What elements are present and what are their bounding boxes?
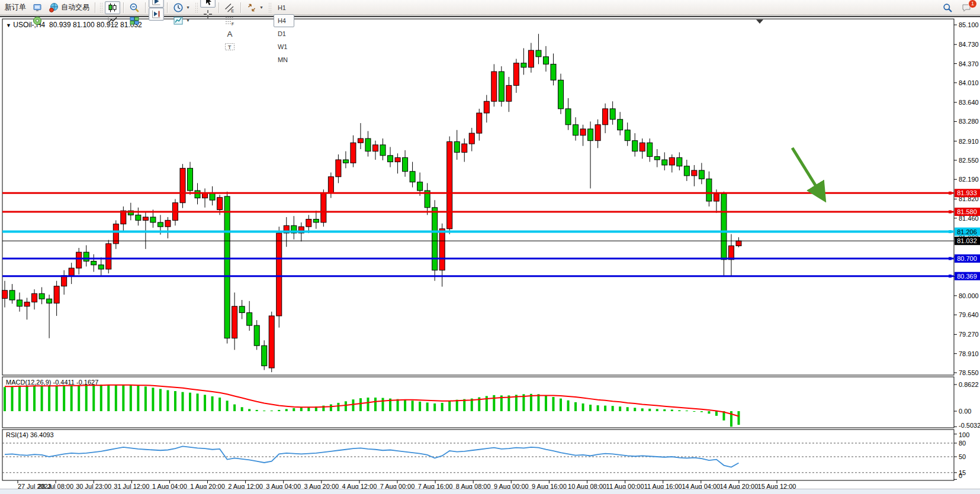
candle-body [499,72,504,101]
candle-body [136,215,141,220]
macd-bar [48,386,50,411]
price-tick-label: 82.910 [959,138,979,145]
candle-body [158,222,163,227]
tile-windows-button[interactable] [127,14,142,27]
candle-body [410,172,415,182]
rsi-indicator-label: RSI(14) 36.4093 [6,431,54,438]
macd-bar [122,385,124,411]
candle-body [262,346,267,366]
candlestick-chart-button[interactable] [105,1,120,14]
macd-bar [107,385,110,411]
timeframe-H1[interactable]: H1 [274,1,294,14]
one-click-trading-toggle[interactable]: ▼ [6,22,11,28]
arrows-button[interactable]: ▼ [244,1,266,14]
rsi-name: RSI(14) [6,431,28,438]
price-line-badge-label: 80.700 [957,255,977,262]
chat-button[interactable]: 1 [959,1,974,14]
terminal-icon[interactable] [30,1,45,14]
candle-body [558,80,564,108]
macd-bar [634,408,636,411]
macd-bar [574,402,577,411]
candle-body [677,157,682,166]
chart-window: 85.10084.73084.37084.01083.64083.28082.9… [0,16,980,494]
candle-body [239,306,245,313]
zoom-out-button[interactable] [127,1,142,14]
candle-body [217,198,223,210]
text-button[interactable]: A [222,27,237,40]
fibonacci-button[interactable]: F [222,14,237,27]
price-tick-label: 82.550 [959,157,979,164]
macd-bar [456,400,458,411]
macd-bar [441,403,444,411]
timeframe-MN[interactable]: MN [274,53,294,66]
toolbar-separator [167,2,168,13]
templates-button[interactable]: ▼ [171,14,192,27]
candle-body [9,290,15,300]
macd-bar [152,388,154,411]
timeframe-W1[interactable]: W1 [274,40,294,53]
candle-body [32,293,37,302]
candle-body [69,268,74,276]
toolbar-separator [123,2,124,13]
svg-text:F: F [232,21,234,25]
chart-canvas[interactable]: 85.10084.73084.37084.01083.64083.28082.9… [0,17,980,494]
signals-icon[interactable] [30,14,45,27]
candle-body [484,101,489,113]
candle-body [247,313,252,326]
timeframe-H4[interactable]: H4 [274,14,294,27]
candle-body [543,57,548,64]
auto-trading-icon [49,2,59,13]
equidistant-channel-button[interactable]: E [222,1,237,14]
macd-bar [115,385,117,411]
candle-body [224,196,230,338]
macd-bar [56,386,58,411]
macd-bar [204,395,206,411]
candle-body [565,109,571,125]
macd-tick-label: 0.8622 [959,381,979,388]
candle-body [91,261,97,264]
macd-bar [567,401,570,411]
candle-body [321,193,326,222]
price-line-badge-label: 80.369 [957,273,977,280]
candle-body [736,241,741,246]
timeframe-D1[interactable]: D1 [274,27,294,40]
periods-button[interactable]: ▼ [171,1,192,14]
chart-shift-button[interactable] [149,8,164,21]
macd-bar [300,408,303,411]
auto-scroll-button[interactable] [149,0,164,8]
candle-body [721,193,727,259]
chevron-down-icon: ▼ [186,5,190,9]
macd-bar [641,408,644,411]
line-chart-button[interactable] [105,14,120,27]
search-button[interactable] [940,1,955,14]
macd-bar [686,411,688,411]
macd-bar [181,392,184,411]
label-button[interactable]: T [222,40,237,53]
macd-bar [85,385,88,411]
candle-body [610,109,615,120]
candle-body [513,63,519,86]
cursor-button[interactable] [200,0,216,8]
candle-body [343,160,348,163]
macd-bar [41,386,43,411]
macd-bar [307,407,310,411]
candle-body [98,265,104,269]
candle-body [618,120,623,130]
price-tick-label: 84.370 [959,60,979,67]
macd-bar [278,410,280,411]
macd-bar [166,390,169,411]
new-order-button[interactable]: 新订单 [2,2,28,12]
macd-bar [448,401,451,411]
candle-body [573,125,579,135]
macd-bar [144,386,147,411]
macd-bar [656,409,658,411]
toolbar-separator [240,2,241,13]
svg-text:A: A [227,30,232,38]
crosshair-button[interactable] [200,8,216,21]
auto-trading-button[interactable]: 自动交易 [46,1,92,14]
macd-bar [589,405,592,411]
status-strip [0,489,980,494]
candle-body [403,157,408,171]
macd-bar [285,409,288,411]
macd-bar [701,411,703,412]
